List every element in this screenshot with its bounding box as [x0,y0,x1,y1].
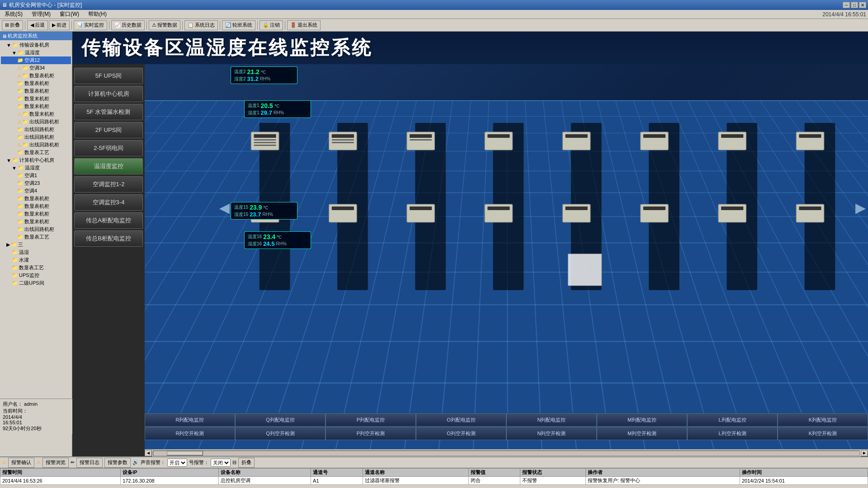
nav-2f-ups[interactable]: 2F UPS间 [74,122,143,138]
folder-icon: 📁 [17,219,24,225]
back-button[interactable]: ◀ 后退 [27,20,48,30]
nav-right-arrow[interactable]: ▶ [855,200,866,216]
sidebar-item-disp3[interactable]: 📁 数显表机柜 [1,87,71,95]
sidebar-item-disp2[interactable]: 📁 数显表机柜 [1,80,71,87]
n-breaker-detect[interactable]: N列空开检测 [506,427,597,440]
scroll-left-btn[interactable]: ◀ [145,450,152,456]
realtime-button[interactable]: 📊 实时监控 [74,20,107,30]
sidebar-item-ac34[interactable]: ⚠ 📁 空调34 [1,64,71,72]
sidebar-item-temp[interactable]: ▼ 📁 温湿度 [1,49,71,56]
history-button[interactable]: 📈 历史数据 [111,20,145,30]
sidebar-item-ac12[interactable]: 📁 空调12 [1,56,71,64]
voice-select[interactable]: 开启 关闭 [167,459,187,467]
nav-5f-water[interactable]: 5F 水管漏水检测 [74,104,143,120]
k-breaker-detect[interactable]: K列空开检测 [778,427,868,440]
q-breaker-detect[interactable]: Q列空开检测 [235,427,326,440]
table-row[interactable]: 2014/4/4 16:53:26 172.16.30.208 总控机房空调 A… [0,477,868,485]
menu-help[interactable]: 帮助(H) [85,10,109,18]
nav-2-5f-weak[interactable]: 2-5F弱电间 [74,140,143,156]
scroll-right-btn[interactable]: ▶ [861,450,868,456]
p-breaker-detect[interactable]: P列空开检测 [326,427,416,440]
r-power-monitor[interactable]: R列配电监控 [145,413,235,427]
sidebar-tree: ▼ 📁 传输设备机房 ▼ 📁 温湿度 📁 空调12 ⚠ 📁 空调34 ⚠ 📁 [0,40,72,288]
fold-button[interactable]: ⊞ 折叠 [2,20,23,30]
r-breaker-detect[interactable]: R列空开检测 [145,427,235,440]
nav-ac-3-4[interactable]: 空调监控3-4 [74,194,143,211]
sidebar-item-end1[interactable]: 📁 数显末机柜 [1,95,71,103]
sign-select[interactable]: 关闭 开启 [211,459,231,467]
sidebar-item-dm4[interactable]: 📁 数显末机柜 [1,218,71,225]
fold-alert-btn[interactable]: 折叠 [238,458,255,468]
q-power-monitor[interactable]: Q列配电监控 [235,413,326,427]
nav-5f-ups[interactable]: 5F UPS间 [74,68,143,84]
alert-browse-btn[interactable]: 报警浏览 [42,458,69,468]
n-power-monitor[interactable]: N列配电监控 [506,413,597,427]
sidebar-item-temp2[interactable]: ▼ 📁 温湿度 [1,164,71,172]
maximize-button[interactable]: □ [851,2,858,8]
sidebar-item-tech3[interactable]: 📁 数显表工艺 [1,264,71,272]
m-power-monitor[interactable]: M列配电监控 [597,413,687,427]
minimize-button[interactable]: ─ [843,2,850,8]
nav-computer-room[interactable]: 计算机中心机房 [74,86,143,102]
sidebar-item-end2[interactable]: 📁 数显末机柜 [1,103,71,110]
sensor-box-1: 温度1 20.5 ℃ 湿度1 29.7 RH% [244,100,311,118]
sidebar-item-out2[interactable]: 📁 出线回路机柜 [1,126,71,133]
svg-rect-38 [487,206,509,210]
nav-power-a[interactable]: 传总A柜配电监控 [74,212,143,229]
sidebar-item-dm2[interactable]: 📁 数显表机柜 [1,202,71,210]
sidebar-item-end3[interactable]: ⚠ 📁 数显末机柜 [1,110,71,118]
nav-temp-humidity[interactable]: 温湿度监控 [74,158,143,174]
svg-rect-40 [566,206,588,210]
alert-confirm-btn[interactable]: 报警确认 [8,458,34,468]
sidebar-item-disp1[interactable]: ⚠ 📁 数显表机柜 [1,72,71,80]
p-power-monitor[interactable]: P列配电监控 [326,413,416,427]
sidebar-item-third[interactable]: ▶ 📁 三 [1,241,71,249]
menu-system[interactable]: 系统(S) [2,10,25,18]
alert-data-button[interactable]: ⚠ 报警数据 [149,20,180,30]
sidebar-item-computer[interactable]: ▼ 📁 计算机中心机房 [1,156,71,164]
l-power-monitor[interactable]: L列配电监控 [687,413,778,427]
sidebar-item-label: 出线回路机柜 [29,118,59,125]
menu-window[interactable]: 窗口(W) [57,10,82,18]
l-breaker-detect[interactable]: L列空开检测 [687,427,778,440]
sidebar-item-transfer[interactable]: ▼ 📁 传输设备机房 [1,41,71,49]
sidebar-item-ac23[interactable]: 📁 空调23 [1,179,71,187]
shift-button[interactable]: 🔄 轮班系统 [222,20,255,30]
sidebar-item-out3[interactable]: 📁 出线回路机柜 [1,133,71,141]
sidebar-item-ups[interactable]: 📁 UPS监控 [1,272,71,279]
m-breaker-detect[interactable]: M列空开检测 [597,427,687,440]
sidebar-item-ups2[interactable]: 📁 二级UPS间 [1,279,71,287]
nav-power-b[interactable]: 传总B柜配电监控 [74,230,143,247]
sidebar-item-tech1[interactable]: 📁 数显表工艺 [1,149,71,156]
o-power-monitor[interactable]: O列配电监控 [416,413,506,427]
folder-icon: 📁 [22,65,28,71]
nav-ac-1-2[interactable]: 空调监控1-2 [74,176,143,192]
sidebar-item-tech2[interactable]: 📁 数显表工艺 [1,233,71,241]
svg-rect-42 [643,206,665,210]
sidebar-item-ac4[interactable]: 📁 空调4 [1,187,71,195]
k-power-monitor[interactable]: K列配电监控 [778,413,868,427]
sidebar-item-dm3[interactable]: 📁 数显末机柜 [1,210,71,218]
sidebar-item-ac1[interactable]: 📁 空调1 [1,172,71,179]
sidebar-item-out4[interactable]: ⚠ 📁 出线回路机柜 [1,141,71,149]
sidebar-item-dm1[interactable]: 📁 数显表机柜 [1,195,71,202]
horizontal-scrollbar[interactable]: ◀ ▶ [145,449,868,456]
folder-icon: 📁 [17,196,24,202]
nav-left-arrow[interactable]: ◀ [219,200,230,216]
close-button[interactable]: ✕ [859,2,866,8]
scroll-thumb[interactable] [167,451,203,455]
o-breaker-detect[interactable]: O列空开检测 [416,427,506,440]
forward-button[interactable]: ▶ 前进 [49,20,70,30]
menu-manage[interactable]: 管理(M) [29,10,53,18]
sidebar-item-water[interactable]: 📁 水灌 [1,256,71,264]
alert-log-btn[interactable]: 报警日志 [76,458,103,468]
alert-params-btn[interactable]: 报警参数 [104,458,131,468]
title-bar-left: 🖥 机房安全网管中心 - [实时监控] [2,1,82,9]
logout-button[interactable]: 🔒 注销 [259,20,283,30]
exit-button[interactable]: 🚪 退出系统 [287,20,321,30]
sidebar-item-olr[interactable]: 📁 出线回路机柜 [1,225,71,233]
syslog-button[interactable]: 📋 系统日志 [184,20,218,30]
sidebar-item-out1[interactable]: ⚠ 📁 出线回路机柜 [1,118,71,126]
sidebar-item-ts[interactable]: 📁 温湿 [1,249,71,256]
title-bar: 🖥 机房安全网管中心 - [实时监控] ─ □ ✕ [0,0,868,10]
